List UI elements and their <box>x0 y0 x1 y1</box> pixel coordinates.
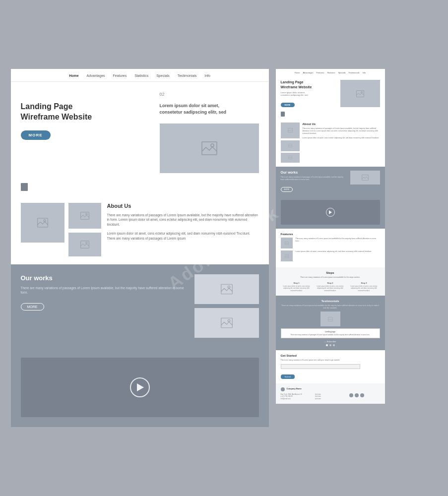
footer-logo <box>281 387 285 391</box>
testimonial-dots <box>281 344 380 346</box>
small-step-2-text: Lorem ipsum dolor sit amet, cons ectetur… <box>315 285 346 292</box>
small-nav-testimonials[interactable]: Testimonials <box>349 71 360 74</box>
small-about-img-1 <box>281 123 300 138</box>
small-nav-statistics[interactable]: Statistics <box>327 71 335 74</box>
small-hero-title: Landing PageWireframe Website <box>281 80 336 89</box>
small-step-1-text: Lorem ipsum dolor sit amet, cons ectetur… <box>281 285 313 292</box>
small-submit-button[interactable]: Submit <box>281 374 295 379</box>
small-icon <box>21 183 28 191</box>
hero-section: Landing PageWireframe Website MORE 02 Lo… <box>11 82 269 181</box>
footer-col-links: Link item Link item Link item <box>315 393 345 400</box>
works-images <box>194 274 259 338</box>
small-feature-text-1: There are many variations of Lorem ipsum… <box>296 238 380 243</box>
social-icon-3[interactable] <box>360 393 364 397</box>
small-icon-row <box>276 111 385 119</box>
small-feature-img-2 <box>281 250 293 261</box>
small-testimonial-text: There are many variations of Lorem ipsum… <box>281 305 380 310</box>
nav-info[interactable]: Info <box>204 74 210 77</box>
nav-advantages[interactable]: Advantages <box>87 74 105 77</box>
footer-link-3[interactable]: Link item <box>315 398 345 400</box>
about-title: About Us <box>107 203 259 209</box>
hero-right: 02 Lorem ipsum dolor sit amet,consetetur… <box>160 92 259 173</box>
svg-rect-0 <box>202 142 217 155</box>
small-works-more-button[interactable]: MORE <box>281 187 293 192</box>
small-feature-text-2: Lorem ipsum dolor sit amet, consectetur … <box>296 250 372 253</box>
more-button[interactable]: MORE <box>21 130 51 140</box>
nav-statistics[interactable]: Statistics <box>134 74 148 77</box>
nav-features[interactable]: Features <box>113 74 127 77</box>
svg-rect-14 <box>288 128 292 132</box>
small-testimonial-preview-text: There are many variations of passages of… <box>283 334 378 336</box>
dot-3[interactable] <box>333 344 335 346</box>
about-col-2 <box>68 203 101 256</box>
small-play-icon <box>329 210 332 214</box>
small-testimonial-preview: Landing page There are many variations o… <box>281 328 380 338</box>
small-email-input[interactable] <box>281 364 360 369</box>
hero-left: Landing PageWireframe Website MORE <box>21 92 152 173</box>
social-icon-2[interactable] <box>355 393 359 397</box>
small-steps-row: Step 1 Lorem ipsum dolor sit amet, cons … <box>281 282 380 292</box>
small-features-section: Features There are many variations of Lo… <box>276 229 385 267</box>
small-works-text: There are many variations of passages of… <box>281 176 347 182</box>
small-about-img-3 <box>281 153 300 163</box>
svg-rect-16 <box>288 156 292 160</box>
works-title: Our works <box>21 274 187 282</box>
about-section: About Us There are many variations of pa… <box>11 195 269 264</box>
small-nav-home[interactable]: Home <box>295 71 300 74</box>
small-features-title: Features <box>281 233 380 236</box>
small-steps-title: Steps <box>281 271 380 274</box>
works-left: Our works There are many variations of p… <box>21 274 187 338</box>
small-play-button[interactable] <box>326 208 335 217</box>
small-getstarted-text: There are many variations of Lorem ipsum… <box>281 359 380 362</box>
social-icon-1[interactable] <box>349 393 353 397</box>
dot-1[interactable] <box>326 344 328 346</box>
small-more-button[interactable]: MORE <box>281 103 295 107</box>
svg-rect-15 <box>288 144 292 148</box>
small-works-left: Our works There are many variations of p… <box>281 171 347 192</box>
small-nav-info[interactable]: Info <box>363 71 366 74</box>
footer-email: info@mail.com <box>281 398 311 400</box>
small-works-img-1 <box>350 171 380 185</box>
nav-testimonials[interactable]: Testimonials <box>178 74 197 77</box>
wireframe-small: Home Advantages Features Statistics Spec… <box>276 69 385 404</box>
nav-specials[interactable]: Specials <box>156 74 169 77</box>
small-steps-section: Steps There are many variations of Lorem… <box>276 267 385 295</box>
small-works-section: Our works There are many variations of p… <box>276 167 385 196</box>
about-img-1 <box>21 203 64 243</box>
nav-home[interactable]: Home <box>69 74 78 77</box>
svg-rect-18 <box>285 242 289 245</box>
hero-title: Landing PageWireframe Website <box>21 102 152 123</box>
small-video-player[interactable] <box>281 200 380 225</box>
small-about-section: About Us There are many variations of pa… <box>276 119 385 167</box>
small-about-text: There are many variations of passages of… <box>303 127 380 135</box>
dot-2[interactable] <box>329 344 331 346</box>
svg-rect-2 <box>37 218 48 227</box>
small-feature-row-2: Lorem ipsum dolor sit amet, consectetur … <box>281 250 380 261</box>
small-nav-features[interactable]: Features <box>317 71 324 74</box>
svg-rect-8 <box>221 284 232 294</box>
play-button[interactable] <box>130 377 150 397</box>
svg-rect-12 <box>356 90 364 97</box>
works-img-2 <box>194 308 259 338</box>
video-player[interactable] <box>21 358 259 417</box>
small-nav-advantages[interactable]: Advantages <box>303 71 313 74</box>
svg-rect-6 <box>80 241 89 248</box>
small-icon-block <box>281 112 285 117</box>
small-hero-image-block <box>340 80 380 107</box>
small-nav-specials[interactable]: Specials <box>338 71 345 74</box>
footer-company-row: Company Name <box>281 387 380 391</box>
works-img-1 <box>194 274 259 304</box>
small-about-img-2 <box>281 140 300 151</box>
about-body-2: Lorem ipsum dolor sit amet, cons ectetur… <box>107 231 259 241</box>
small-about-text-2: Lorem ipsum dolor sit amet, cons ectetur… <box>303 137 380 139</box>
works-more-button[interactable]: MORE <box>21 303 44 310</box>
footer-row: New York, USA, Mad Avenue 12 (+1) 6 765-… <box>281 393 380 400</box>
hero-number: 02 <box>160 92 259 97</box>
small-hero-section: Landing PageWireframe Website Lorem ipsu… <box>276 76 385 110</box>
small-about-content: About Us There are many variations of pa… <box>303 123 380 163</box>
footer-company-name: Company Name <box>287 387 302 390</box>
small-nav-bar: Home Advantages Features Statistics Spec… <box>276 69 385 76</box>
footer-col-address: New York, USA, Mad Avenue 12 (+1) 6 765-… <box>281 393 311 400</box>
small-testimonial-author: — Subscriber <box>281 340 380 343</box>
small-step-3: Step 3 Lorem ipsum dolor sit amet, cons … <box>348 282 380 292</box>
